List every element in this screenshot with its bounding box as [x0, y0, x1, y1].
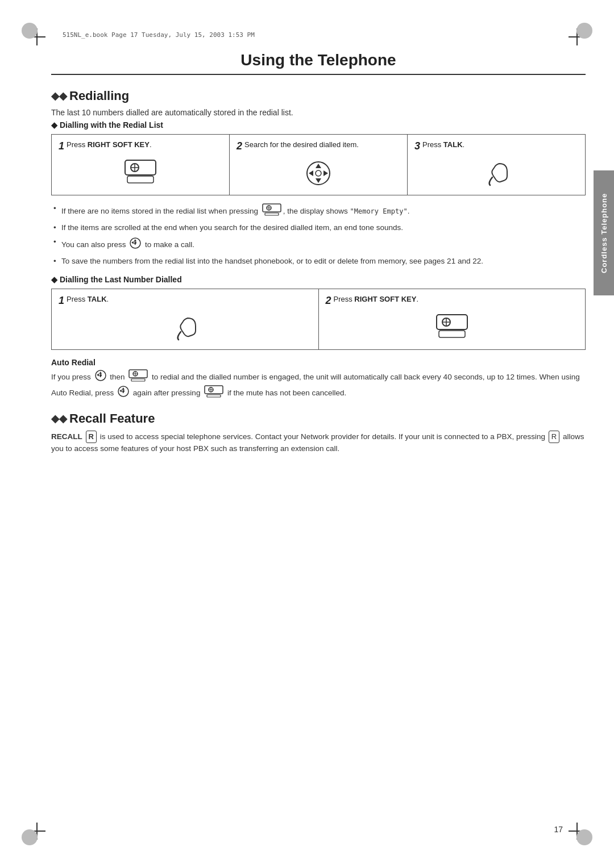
bullet-1: If there are no items stored in the redi…: [51, 203, 586, 219]
last-step-2-icon: [432, 314, 472, 341]
last-number-subheading: ◆ Dialling the Last Number Dialled: [51, 275, 586, 284]
svg-marker-29: [97, 373, 99, 376]
svg-rect-45: [207, 395, 221, 397]
step-3-number: 3: [414, 140, 420, 152]
svg-marker-19: [131, 241, 134, 244]
diamond-icon-2: ◆: [51, 120, 57, 130]
step-1-text: 1 Press RIGHT SOFT KEY.: [59, 140, 222, 152]
redial-steps-box: 1 Press RIGHT SOFT KEY. 2: [51, 134, 586, 195]
redialling-intro: The last 10 numbers dialled are automati…: [51, 108, 586, 117]
recall-section: ◆◆ Recall Feature RECALL R is used to ac…: [51, 411, 586, 454]
last-step-1-text: 1 Press TALK.: [59, 295, 312, 307]
auto-redial-nav-icon: [94, 369, 107, 385]
svg-rect-15: [265, 213, 279, 215]
auto-redial-list-icon: [128, 369, 148, 385]
recall-text: RECALL R is used to access special telep…: [51, 431, 586, 454]
bullet-list: If there are no items stored in the redi…: [51, 203, 586, 267]
svg-rect-0: [125, 160, 156, 175]
circle-dec-bl: [22, 829, 38, 845]
recall-r-badge-2: R: [549, 431, 559, 443]
svg-rect-41: [205, 386, 223, 394]
recall-heading: ◆◆ Recall Feature: [51, 411, 586, 426]
auto-redial-list-icon-2: [204, 385, 224, 401]
bullet-4: To save the numbers from the redial list…: [51, 256, 586, 267]
diamond-icon-1: ◆◆: [51, 90, 67, 102]
circle-dec-tl: [22, 23, 38, 39]
svg-rect-11: [263, 204, 281, 212]
svg-rect-31: [129, 370, 147, 378]
step-2-text: 2 Search for the desired dialled item.: [237, 140, 400, 152]
diamond-icon-4: ◆◆: [51, 412, 67, 425]
svg-marker-27: [99, 372, 102, 374]
last-step-1-cell: 1 Press TALK.: [52, 289, 319, 349]
auto-redial-text: If you press then: [51, 369, 586, 402]
last-step-1-number: 1: [59, 295, 64, 307]
step-3-icon: [482, 159, 511, 189]
last-step-1-icon: [171, 314, 199, 344]
last-number-steps-box: 1 Press TALK. 2 Press RIGHT SOFT KEY.: [51, 289, 586, 350]
svg-rect-21: [437, 315, 467, 329]
right-soft-key-icon-2: [432, 314, 472, 340]
bullet-2: If the items are scrolled at the end whe…: [51, 223, 586, 233]
page-title: Using the Telephone: [51, 51, 586, 75]
svg-marker-7: [316, 178, 321, 183]
svg-marker-37: [122, 387, 125, 390]
step-1-cell: 1 Press RIGHT SOFT KEY.: [52, 135, 230, 195]
talk-icon-2: [171, 314, 199, 342]
last-step-2-number: 2: [326, 295, 331, 307]
svg-marker-39: [119, 389, 122, 392]
nav-inline-icon: [129, 237, 142, 253]
nav-icon: [304, 159, 333, 187]
file-info: 515NL_e.book Page 17 Tuesday, July 15, 2…: [63, 31, 255, 39]
svg-marker-8: [309, 170, 313, 176]
svg-marker-9: [323, 170, 328, 176]
svg-marker-6: [316, 164, 321, 168]
bullet-3: You can also press to make a call.: [51, 237, 586, 253]
circle-dec-br: [576, 829, 592, 845]
svg-rect-4: [127, 176, 154, 183]
step-3-text: 3 Press TALK.: [414, 140, 578, 152]
talk-icon: [482, 159, 511, 187]
svg-marker-17: [134, 239, 137, 241]
auto-redial-heading: Auto Redial: [51, 358, 586, 367]
last-step-2-text: 2 Press RIGHT SOFT KEY.: [326, 295, 579, 307]
main-content: Using the Telephone ◆◆ Redialling The la…: [51, 51, 586, 823]
step-2-icon: [304, 159, 333, 189]
svg-point-10: [316, 170, 321, 176]
diamond-icon-3: ◆: [51, 275, 57, 284]
step-3-cell: 3 Press TALK.: [408, 135, 585, 195]
step-1-icon: [121, 159, 160, 187]
redial-list-subheading: ◆ Dialling with the Redial List: [51, 120, 586, 130]
step-1-number: 1: [59, 140, 64, 152]
right-soft-key-icon: [121, 159, 160, 185]
redial-list-inline-icon: [262, 203, 282, 219]
svg-rect-25: [439, 331, 465, 337]
svg-rect-35: [131, 379, 145, 381]
page-number: 17: [554, 825, 563, 834]
circle-dec-tr: [576, 23, 592, 39]
auto-redial-nav-icon-2: [117, 385, 130, 401]
step-2-number: 2: [237, 140, 242, 152]
redialling-section: ◆◆ Redialling The last 10 numbers dialle…: [51, 89, 586, 401]
redialling-heading: ◆◆ Redialling: [51, 89, 586, 103]
sidebar-label: Cordless Telephone: [594, 170, 614, 295]
last-step-2-cell: 2 Press RIGHT SOFT KEY.: [319, 289, 586, 349]
step-2-cell: 2 Search for the desired dialled item.: [230, 135, 408, 195]
recall-r-badge: R: [86, 431, 97, 443]
